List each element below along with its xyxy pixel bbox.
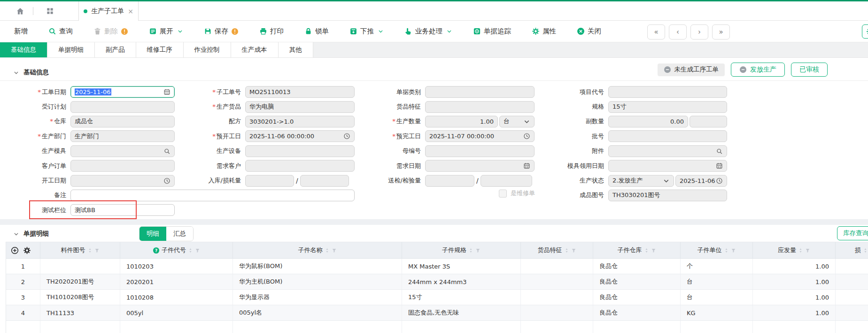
- delete-button[interactable]: 删除: [93, 27, 128, 36]
- start-date-input[interactable]: [70, 175, 175, 187]
- audited-button[interactable]: 已审核: [791, 63, 828, 77]
- apps-grid-icon[interactable]: [46, 7, 54, 15]
- inspect-qty-input[interactable]: [480, 175, 532, 187]
- remark-input[interactable]: [70, 190, 355, 201]
- table-row[interactable]: 4TH11133005yl005yl名固态食品,无色无味良品仓KG1.00: [6, 305, 868, 321]
- sort-icon[interactable]: [644, 248, 649, 253]
- filter-icon[interactable]: [805, 248, 810, 253]
- doc-track-button[interactable]: 单据追踪: [473, 27, 511, 36]
- prod-mold-input[interactable]: [70, 145, 175, 157]
- col-required-qty[interactable]: 应发量: [753, 242, 836, 258]
- calendar-icon[interactable]: [523, 162, 530, 169]
- sub-qty-input[interactable]: 0.00: [608, 116, 688, 127]
- attachment-input[interactable]: [608, 145, 727, 157]
- sort-icon[interactable]: [325, 248, 330, 253]
- product-input[interactable]: 华为电脑: [245, 101, 355, 113]
- sort-icon[interactable]: [87, 248, 93, 253]
- clock-icon[interactable]: [163, 177, 170, 184]
- test-field-input[interactable]: 测试BB: [70, 204, 175, 216]
- customer-order-input[interactable]: [70, 160, 175, 172]
- sort-icon[interactable]: [188, 248, 193, 253]
- mold-date-input[interactable]: [608, 160, 727, 172]
- tab-other[interactable]: 其他: [279, 42, 313, 57]
- filter-icon[interactable]: [731, 248, 736, 253]
- clock-icon[interactable]: [343, 133, 350, 140]
- tab-byproduct[interactable]: 副产品: [95, 42, 136, 57]
- view-summary-button[interactable]: 汇总: [166, 227, 193, 241]
- sort-icon[interactable]: [468, 248, 473, 253]
- push-down-button[interactable]: 下推: [349, 27, 384, 36]
- gear-icon[interactable]: [23, 246, 31, 254]
- col-component-code[interactable]: 子件代号: [120, 242, 233, 258]
- next-record-button[interactable]: ›: [690, 24, 708, 40]
- warehouse-input[interactable]: 成品仓: [70, 116, 175, 127]
- order-date-input[interactable]: 2025-11-06: [70, 86, 175, 98]
- pre-start-input[interactable]: 2025-11-06 00:00:00: [245, 130, 355, 142]
- sort-icon[interactable]: [564, 248, 569, 253]
- tab-job-control[interactable]: 作业控制: [184, 42, 231, 57]
- demand-date-input[interactable]: [425, 160, 535, 172]
- collapse-chevron-icon[interactable]: [13, 231, 19, 237]
- filter-icon[interactable]: [94, 248, 100, 253]
- document-tab[interactable]: 生产子工单 ×: [78, 1, 139, 21]
- settings-button[interactable]: [862, 24, 868, 39]
- filter-icon[interactable]: [651, 248, 656, 253]
- loss-qty-input[interactable]: [300, 175, 349, 187]
- batch-no-input[interactable]: [608, 130, 727, 142]
- business-process-button[interactable]: 业务处理: [404, 27, 452, 36]
- received-plan-input[interactable]: [70, 101, 175, 113]
- sort-icon[interactable]: [863, 248, 868, 253]
- magnifier-icon[interactable]: [716, 148, 723, 155]
- view-detail-button[interactable]: 明细: [140, 227, 166, 241]
- filter-icon[interactable]: [571, 248, 576, 253]
- col-material-drawing[interactable]: 料件图号: [40, 242, 120, 258]
- col-component-warehouse[interactable]: 子件仓库: [593, 242, 681, 258]
- pre-finish-input[interactable]: 2025-11-07 00:00:00: [425, 130, 535, 142]
- table-row[interactable]: 11010203华为鼠标(BOM)MX Master 3S良品仓个1.00: [6, 259, 868, 274]
- calendar-icon[interactable]: [716, 162, 723, 169]
- first-record-button[interactable]: «: [647, 24, 665, 40]
- clock-icon[interactable]: [523, 133, 530, 140]
- tab-prod-cost[interactable]: 生产成本: [231, 42, 279, 57]
- table-row[interactable]: 2TH2020201图号2020201华为主机(BOM)244mm x 244m…: [6, 274, 868, 290]
- doc-type-input[interactable]: [425, 86, 535, 98]
- col-component-name[interactable]: 子件名称: [233, 242, 402, 258]
- status-date-input[interactable]: 2025-11-06: [675, 175, 727, 187]
- demand-customer-input[interactable]: [245, 160, 355, 172]
- release-production-button[interactable]: 发放生产: [731, 63, 785, 77]
- parent-no-input[interactable]: [425, 145, 535, 157]
- col-component-unit[interactable]: 子件单位: [681, 242, 753, 258]
- table-row[interactable]: 3TH1010208图号1010208华为显示器15寸良品仓台1.00: [6, 290, 868, 305]
- col-loss[interactable]: 损: [836, 242, 868, 258]
- tab-close-icon[interactable]: ×: [128, 8, 133, 15]
- filter-icon[interactable]: [195, 248, 200, 253]
- formula-input[interactable]: 3030201->1.0: [245, 116, 355, 127]
- prev-record-button[interactable]: ‹: [669, 24, 687, 40]
- tab-repair-process[interactable]: 维修工序: [136, 42, 184, 57]
- lock-order-button[interactable]: 锁单: [304, 27, 329, 36]
- inbound-qty-input[interactable]: [245, 175, 294, 187]
- col-component-spec[interactable]: 子件规格: [402, 242, 521, 258]
- calendar-icon[interactable]: [163, 88, 170, 95]
- add-row-icon[interactable]: [11, 246, 19, 254]
- tab-base-info[interactable]: 基础信息: [0, 42, 47, 57]
- home-icon[interactable]: [16, 7, 24, 16]
- sort-icon[interactable]: [724, 248, 729, 253]
- project-code-input[interactable]: [608, 86, 727, 98]
- clock-icon[interactable]: [716, 177, 723, 184]
- feature-input[interactable]: [425, 101, 535, 113]
- print-button[interactable]: 打印: [259, 27, 284, 36]
- filter-icon[interactable]: [332, 248, 337, 253]
- stock-query-button[interactable]: 库存查询: [837, 226, 868, 240]
- checkbox[interactable]: [499, 190, 507, 198]
- filter-icon[interactable]: [475, 248, 480, 253]
- spec-input[interactable]: 15寸: [608, 101, 727, 113]
- expand-button[interactable]: 展开: [149, 27, 183, 36]
- magnifier-icon[interactable]: [163, 148, 170, 155]
- query-button[interactable]: 查询: [48, 27, 73, 36]
- collapse-chevron-icon[interactable]: [13, 70, 19, 76]
- sort-icon[interactable]: [798, 248, 803, 253]
- product-drawing-input[interactable]: TH3030201图号: [608, 190, 727, 201]
- save-button[interactable]: 保存: [204, 27, 239, 36]
- col-feature[interactable]: 货品特征: [521, 242, 593, 258]
